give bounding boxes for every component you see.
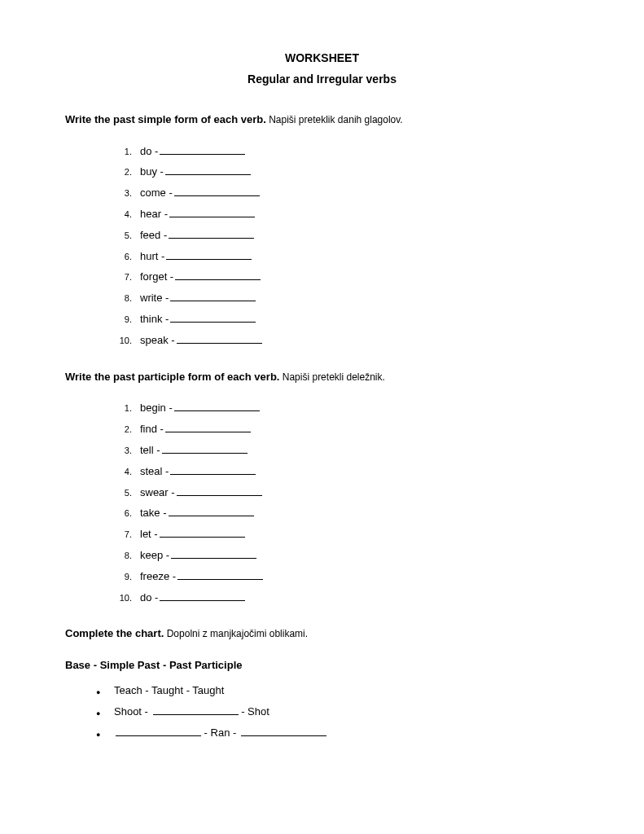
blank-line[interactable]: [175, 271, 261, 281]
item-number: 9.: [114, 570, 132, 585]
item-verb: hurt -: [140, 248, 164, 266]
item-verb: forget -: [140, 269, 173, 286]
item-number: 10.: [114, 591, 132, 606]
item-number: 9.: [114, 313, 132, 327]
blank-line[interactable]: [160, 145, 245, 155]
list-item: 1.do -: [114, 143, 579, 160]
item-verb: steal -: [140, 463, 169, 481]
section1-instruction-bold: Write the past simple form of each verb.: [65, 113, 266, 125]
item-verb: keep -: [140, 547, 169, 564]
blank-line[interactable]: [165, 166, 251, 176]
section1-instruction: Write the past simple form of each verb.…: [65, 112, 579, 129]
section3-instruction-bold: Complete the chart.: [65, 627, 164, 639]
item-number: 3.: [114, 187, 132, 201]
item-number: 3.: [114, 444, 132, 459]
chart-text: Teach - Taught - Taught: [114, 684, 224, 696]
worksheet-subtitle: Regular and Irregular verbs: [65, 70, 579, 88]
list-item: 3.tell -: [114, 442, 579, 459]
past-participle-list: 1.begin - 2.find - 3.tell - 4.steal - 5.…: [114, 400, 579, 606]
item-number: 4.: [114, 208, 132, 222]
item-verb: let -: [140, 526, 158, 543]
item-number: 8.: [114, 549, 132, 564]
blank-line[interactable]: [169, 208, 255, 217]
item-verb: come -: [140, 185, 173, 202]
list-item: 5.feed -: [114, 227, 579, 244]
chart-text: Shoot -: [114, 705, 151, 718]
worksheet-title: WORKSHEET: [65, 49, 579, 67]
blank-line[interactable]: [170, 465, 256, 475]
chart-row: Teach - Taught - Taught: [114, 683, 579, 700]
item-number: 6.: [114, 250, 132, 265]
blank-line[interactable]: [162, 444, 248, 454]
list-item: 10.speak -: [114, 332, 579, 349]
item-verb: begin -: [140, 400, 173, 417]
list-item: 10.do -: [114, 590, 579, 607]
section3-instruction-sub: Dopolni z manjkajočimi oblikami.: [164, 628, 308, 639]
item-verb: find -: [140, 421, 164, 438]
item-number: 5.: [114, 486, 132, 501]
item-number: 8.: [114, 292, 132, 306]
list-item: 1.begin -: [114, 400, 579, 417]
item-number: 7.: [114, 528, 132, 542]
list-item: 2.buy -: [114, 164, 579, 181]
chart-text: - Shot: [239, 705, 269, 718]
section3-instruction: Complete the chart. Dopolni z manjkajoči…: [65, 626, 579, 643]
item-verb: do -: [140, 590, 158, 607]
blank-line[interactable]: [174, 187, 260, 196]
list-item: 4.steal -: [114, 463, 579, 481]
blank-line[interactable]: [170, 313, 256, 323]
chart-heading: Base - Simple Past - Past Participle: [65, 657, 579, 674]
item-number: 10.: [114, 334, 132, 349]
item-verb: tell -: [140, 442, 160, 459]
section2-instruction: Write the past participle form of each v…: [65, 369, 579, 386]
blank-line[interactable]: [241, 726, 326, 736]
item-verb: swear -: [140, 485, 175, 502]
title-block: WORKSHEET Regular and Irregular verbs: [65, 49, 579, 89]
list-item: 9.freeze -: [114, 568, 579, 586]
blank-line[interactable]: [171, 549, 256, 559]
section2-instruction-bold: Write the past participle form of each v…: [65, 371, 279, 383]
item-verb: speak -: [140, 332, 175, 349]
blank-line[interactable]: [170, 292, 256, 301]
item-number: 7.: [114, 270, 132, 285]
section1-instruction-sub: Napiši preteklik danih glagolov.: [266, 114, 403, 125]
blank-line[interactable]: [165, 423, 251, 432]
past-simple-list: 1.do - 2.buy - 3.come - 4.hear - 5.feed …: [114, 143, 579, 349]
list-item: 6.hurt -: [114, 248, 579, 266]
item-number: 4.: [114, 465, 132, 480]
item-number: 6.: [114, 507, 132, 521]
blank-line[interactable]: [177, 570, 263, 580]
list-item: 9.think -: [114, 311, 579, 328]
list-item: 8.write -: [114, 290, 579, 307]
item-number: 1.: [114, 145, 132, 160]
blank-line[interactable]: [116, 726, 201, 736]
item-verb: feed -: [140, 227, 167, 244]
item-number: 1.: [114, 402, 132, 416]
chart-list: Teach - Taught - TaughtShoot - - Shot - …: [114, 683, 579, 741]
blank-line[interactable]: [169, 507, 254, 517]
item-number: 5.: [114, 229, 132, 244]
list-item: 7.forget -: [114, 269, 579, 286]
blank-line[interactable]: [177, 334, 262, 344]
blank-line[interactable]: [153, 705, 239, 715]
blank-line[interactable]: [177, 486, 262, 496]
blank-line[interactable]: [160, 591, 245, 601]
chart-row: Shoot - - Shot: [114, 704, 579, 721]
blank-line[interactable]: [160, 528, 245, 538]
item-number: 2.: [114, 423, 132, 437]
list-item: 2.find -: [114, 421, 579, 438]
item-verb: take -: [140, 505, 167, 522]
item-verb: buy -: [140, 164, 164, 181]
item-verb: do -: [140, 143, 158, 160]
blank-line[interactable]: [169, 229, 254, 239]
list-item: 4.hear -: [114, 206, 579, 223]
list-item: 7.let -: [114, 526, 579, 543]
chart-text: - Ran -: [201, 726, 239, 739]
list-item: 8.keep -: [114, 547, 579, 564]
blank-line[interactable]: [174, 402, 260, 412]
chart-row: - Ran -: [114, 725, 579, 742]
list-item: 3.come -: [114, 185, 579, 202]
item-verb: hear -: [140, 206, 168, 223]
blank-line[interactable]: [166, 250, 252, 260]
list-item: 5.swear -: [114, 485, 579, 502]
